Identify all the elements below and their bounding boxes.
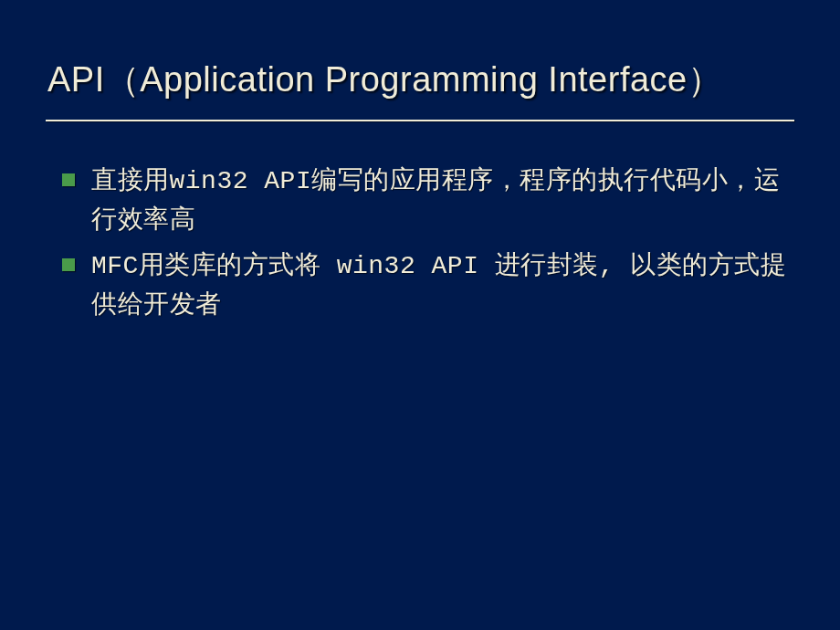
bullet-square-icon [62, 258, 75, 271]
title-divider [46, 120, 794, 121]
bullet-text: 直接用win32 API编写的应用程序，程序的执行代码小，运行效率高 [91, 162, 794, 241]
bullet-text: MFC用类库的方式将 win32 API 进行封装, 以类的方式提供给开发者 [91, 247, 794, 326]
slide-title: API（Application Programming Interface） [46, 57, 794, 120]
list-item: MFC用类库的方式将 win32 API 进行封装, 以类的方式提供给开发者 [62, 247, 794, 326]
bullet-square-icon [62, 173, 75, 186]
list-item: 直接用win32 API编写的应用程序，程序的执行代码小，运行效率高 [62, 162, 794, 241]
slide: API（Application Programming Interface） 直… [0, 0, 840, 630]
slide-content: 直接用win32 API编写的应用程序，程序的执行代码小，运行效率高 MFC用类… [46, 162, 794, 326]
